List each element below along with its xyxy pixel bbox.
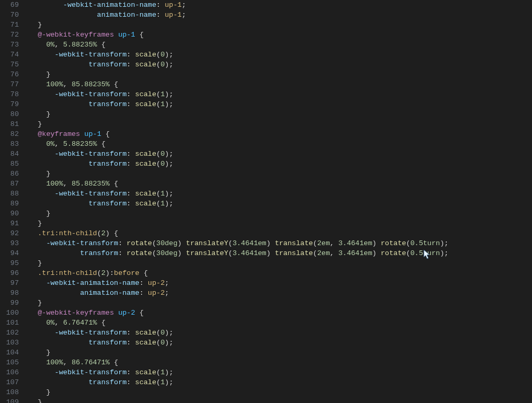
token-pun: } — [29, 299, 42, 307]
token-pun: : — [126, 190, 135, 198]
token-pun: ( — [156, 61, 160, 68]
code-line[interactable]: @-webkit-keyframes up-1 { — [29, 30, 448, 40]
code-line[interactable]: 0%, 5.88235% { — [29, 40, 448, 50]
token-prop: transform — [88, 378, 126, 386]
line-number: 87 — [0, 179, 19, 189]
token-pun: : — [126, 150, 135, 158]
token-num: 3.4641em — [338, 239, 372, 247]
code-line[interactable]: .tri:nth-child(2) { — [29, 228, 448, 238]
code-area[interactable]: -webkit-animation-name: up-1; animation-… — [23, 0, 448, 403]
token-num: 0% — [46, 140, 54, 148]
code-line[interactable]: -webkit-animation-name: up-2; — [29, 278, 448, 288]
code-line[interactable]: } — [29, 20, 448, 30]
token-pun: ( — [228, 249, 233, 257]
token-pun: ); — [165, 378, 173, 386]
code-line[interactable]: transform: scale(1); — [29, 199, 448, 209]
code-line[interactable]: -webkit-transform: scale(0); — [29, 328, 448, 338]
token-pun: ( — [156, 51, 160, 59]
code-line[interactable]: transform: rotate(30deg) translateY(3.46… — [29, 248, 448, 258]
token-pun: ( — [156, 100, 160, 108]
token-num: 0% — [46, 319, 54, 327]
token-sel: up-1 — [165, 11, 181, 19]
code-line[interactable]: @-webkit-keyframes up-2 { — [29, 308, 448, 318]
token-pun: ( — [156, 329, 160, 337]
token-pun: , — [63, 80, 72, 88]
code-line[interactable]: 100%, 85.88235% { — [29, 79, 448, 89]
token-pun: : — [156, 1, 165, 9]
token-fn: translateY — [186, 249, 228, 257]
line-number: 81 — [0, 119, 19, 129]
code-line[interactable]: .tri:nth-child(2):before { — [29, 268, 448, 278]
token-pun — [29, 41, 46, 49]
code-line[interactable]: } — [29, 218, 448, 228]
token-fn: scale — [135, 150, 157, 158]
code-line[interactable]: -webkit-transform: scale(1); — [29, 367, 448, 377]
code-line[interactable]: -webkit-transform: scale(0); — [29, 50, 448, 60]
code-line[interactable]: 100%, 85.88235% { — [29, 179, 448, 189]
token-pun — [29, 90, 55, 98]
code-line[interactable]: } — [29, 258, 448, 268]
code-line[interactable]: -webkit-transform: rotate(30deg) transla… — [29, 238, 448, 248]
code-line[interactable]: 100%, 86.76471% { — [29, 358, 448, 367]
token-pun: ) — [178, 239, 186, 247]
token-pun: } — [29, 349, 51, 356]
code-line[interactable]: -webkit-transform: scale(1); — [29, 89, 448, 99]
token-pun: ( — [156, 200, 160, 208]
code-line[interactable]: -webkit-transform: scale(1); — [29, 189, 448, 199]
code-line[interactable]: } — [29, 169, 448, 179]
code-line[interactable]: } — [29, 109, 448, 119]
code-line[interactable]: transform: scale(0); — [29, 60, 448, 70]
line-number: 90 — [0, 209, 19, 218]
code-line[interactable]: } — [29, 298, 448, 308]
token-prop: transform — [88, 160, 126, 168]
token-pun: } — [29, 259, 42, 267]
line-number: 108 — [0, 387, 19, 397]
code-line[interactable]: 0%, 5.88235% { — [29, 139, 448, 149]
token-pun: : — [126, 200, 135, 208]
code-line[interactable]: } — [29, 209, 448, 218]
token-pun: ); — [440, 249, 448, 257]
line-number: 92 — [0, 228, 19, 238]
code-line[interactable]: animation-name: up-2; — [29, 288, 448, 298]
code-line[interactable]: } — [29, 387, 448, 397]
code-line[interactable]: 0%, 6.76471% { — [29, 318, 448, 328]
code-line[interactable]: } — [29, 70, 448, 79]
token-pun: ( — [228, 239, 233, 247]
token-prop: -webkit-transform — [55, 150, 127, 158]
token-fn: translateY — [186, 239, 228, 247]
token-pun: ); — [440, 239, 448, 247]
code-line[interactable]: -webkit-transform: scale(0); — [29, 149, 448, 159]
code-line[interactable]: } — [29, 348, 448, 358]
token-pun: : — [126, 160, 135, 168]
token-prop: -webkit-animation-name — [29, 1, 156, 9]
token-pun: ( — [152, 239, 156, 247]
code-line[interactable]: } — [29, 397, 448, 403]
line-number-gutter: 6970717273747576777879808182838485868788… — [0, 0, 23, 403]
token-fn: translate — [275, 239, 313, 247]
token-pun: ); — [165, 369, 173, 376]
line-number: 91 — [0, 218, 19, 228]
code-line[interactable]: animation-name: up-1; — [29, 10, 448, 20]
token-pun — [29, 339, 88, 347]
token-prop: transform — [88, 200, 126, 208]
code-line[interactable]: -webkit-animation-name: up-1; — [29, 0, 448, 10]
code-line[interactable]: transform: scale(0); — [29, 338, 448, 348]
code-line[interactable]: transform: scale(1); — [29, 377, 448, 387]
token-pun: ( — [156, 369, 160, 376]
token-prop: -webkit-transform — [46, 239, 118, 247]
token-fn: translate — [275, 249, 313, 257]
token-pun — [29, 100, 88, 108]
token-pun: ); — [165, 61, 173, 68]
token-pun: ) — [267, 249, 275, 257]
code-line[interactable]: transform: scale(1); — [29, 99, 448, 109]
code-line[interactable]: @keyframes up-1 { — [29, 129, 448, 139]
code-line[interactable]: transform: scale(0); — [29, 159, 448, 169]
token-pun: } — [29, 71, 51, 78]
token-pun: : — [126, 61, 135, 68]
code-line[interactable]: } — [29, 119, 448, 129]
code-editor[interactable]: 6970717273747576777879808182838485868788… — [0, 0, 532, 403]
token-prop: -webkit-transform — [55, 369, 127, 376]
token-fn: rotate — [126, 249, 152, 257]
token-prop: transform — [80, 249, 118, 257]
line-number: 98 — [0, 288, 19, 298]
